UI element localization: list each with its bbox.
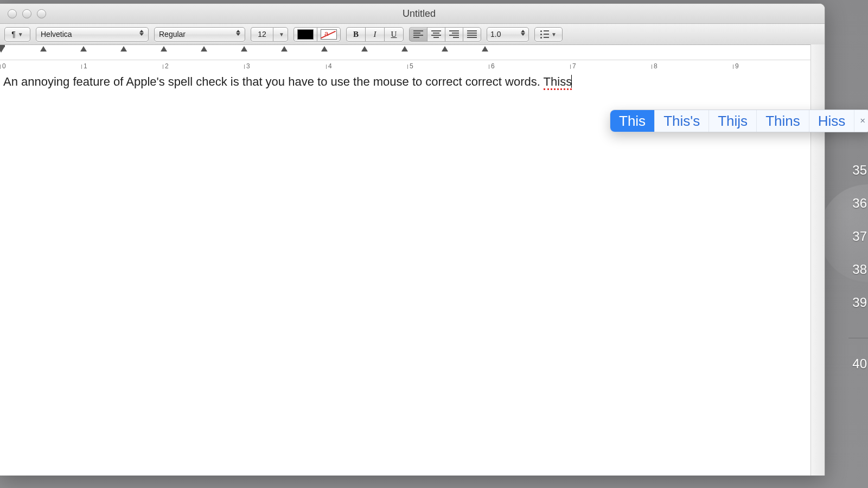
suggestion-item[interactable]: This	[610, 110, 655, 132]
ruler-number: 6	[491, 62, 495, 70]
window-controls	[8, 9, 46, 18]
ruler-number: 5	[410, 62, 413, 70]
underline-button[interactable]: U	[384, 27, 404, 42]
background-number: 37	[852, 229, 868, 244]
align-right-button[interactable]	[445, 27, 463, 42]
tab-stop-marker[interactable]	[201, 46, 207, 52]
list-style-button[interactable]: ▼	[534, 27, 563, 42]
ruler-tick	[81, 65, 82, 69]
line-spacing-select[interactable]: 1.0	[487, 27, 529, 42]
ruler-number: 2	[165, 62, 169, 70]
highlight-color-button[interactable]	[317, 27, 341, 42]
tab-stop-marker[interactable]	[120, 46, 127, 52]
tab-stop-marker[interactable]	[161, 46, 167, 52]
document-text: An annoying feature of Apple's spell che…	[3, 75, 544, 88]
font-size-dropdown[interactable]: ▼	[273, 27, 288, 42]
ruler-tick	[733, 65, 733, 69]
font-weight-select[interactable]: Regular	[154, 27, 245, 42]
line-spacing-value: 1.0	[490, 30, 520, 38]
align-justify-button[interactable]	[463, 27, 481, 42]
font-size-group: 12 ▼	[251, 27, 288, 42]
tab-stop-marker[interactable]	[281, 46, 288, 52]
align-right-icon	[449, 30, 459, 38]
background-number: 35	[852, 163, 868, 178]
minimize-window-button[interactable]	[22, 9, 31, 18]
no-highlight-icon	[321, 29, 337, 40]
color-group	[293, 27, 341, 42]
tab-stop-marker[interactable]	[40, 46, 47, 52]
font-weight-value: Regular	[159, 30, 235, 38]
italic-icon: I	[374, 30, 376, 39]
stepper-icon	[521, 30, 525, 38]
list-icon	[540, 30, 549, 38]
tab-stop-marker[interactable]	[241, 46, 247, 52]
tab-stop-marker[interactable]	[482, 46, 488, 52]
font-size-value: 12	[258, 30, 266, 38]
ruler-number: 9	[735, 62, 739, 70]
tab-stop-marker[interactable]	[361, 46, 368, 52]
textedit-window: Untitled ¶ ▼ Helvetica Regular 12 ▼	[0, 3, 825, 476]
tab-stop-marker[interactable]	[80, 46, 87, 52]
titlebar[interactable]: Untitled	[0, 4, 825, 24]
background-number: 40	[852, 356, 868, 371]
ruler-number: 0	[2, 62, 6, 70]
align-left-button[interactable]	[409, 27, 427, 42]
chevron-down-icon: ▼	[279, 31, 284, 37]
close-window-button[interactable]	[8, 9, 17, 18]
background-panel-fragment: 353637383940	[848, 163, 868, 371]
ruler-tick	[407, 65, 408, 69]
window-title: Untitled	[46, 8, 825, 20]
background-number: 39	[852, 295, 868, 310]
alignment-group	[409, 27, 481, 42]
dismiss-suggestions-button[interactable]: ×	[854, 110, 868, 132]
background-number: 36	[852, 196, 868, 211]
ruler-number: 7	[572, 62, 576, 70]
suggestion-item[interactable]: Thijs	[709, 110, 757, 132]
suggestion-item[interactable]: Thins	[757, 110, 809, 132]
ruler-tick	[570, 65, 571, 69]
tab-stop-marker[interactable]	[321, 46, 328, 52]
ruler-tick	[489, 65, 489, 69]
font-size-field[interactable]: 12	[251, 27, 273, 42]
stepper-icon	[236, 30, 240, 38]
bold-button[interactable]: B	[346, 27, 365, 42]
tab-stop-marker[interactable]	[401, 46, 408, 52]
misspelled-word[interactable]: Thiss	[544, 75, 572, 90]
background-divider	[848, 338, 868, 338]
stepper-icon	[139, 30, 144, 38]
ruler-tick	[0, 65, 1, 69]
ruler-tick	[244, 65, 245, 69]
suggestion-item[interactable]: Hiss	[809, 110, 855, 132]
tab-stop-marker[interactable]	[442, 46, 448, 52]
align-justify-icon	[467, 30, 477, 38]
font-family-select[interactable]: Helvetica	[36, 27, 149, 42]
formatting-toolbar: ¶ ▼ Helvetica Regular 12 ▼	[0, 24, 825, 45]
underline-icon: U	[391, 30, 397, 39]
ruler[interactable]: 0123456789	[0, 45, 825, 70]
ruler-number: 3	[246, 62, 250, 70]
align-left-icon	[413, 30, 423, 38]
text-cursor	[571, 75, 572, 88]
italic-button[interactable]: I	[365, 27, 384, 42]
background-number: 38	[852, 262, 868, 277]
ruler-number: 1	[84, 62, 87, 70]
color-swatch-icon	[297, 29, 314, 40]
close-icon: ×	[860, 115, 865, 126]
ruler-number: 8	[654, 62, 658, 70]
suggestion-item[interactable]: This's	[655, 110, 709, 132]
paragraph-icon: ¶	[11, 30, 16, 38]
ruler-tick	[163, 65, 163, 69]
desktop: Untitled ¶ ▼ Helvetica Regular 12 ▼	[0, 0, 868, 488]
text-color-button[interactable]	[293, 27, 317, 42]
ruler-number: 4	[328, 62, 332, 70]
spellcheck-suggestions-popup: ThisThis'sThijsThinsHiss×	[610, 110, 868, 132]
styles-button[interactable]: ¶ ▼	[4, 27, 30, 42]
bold-icon: B	[353, 30, 359, 39]
align-center-icon	[431, 30, 441, 38]
chevron-down-icon: ▼	[18, 31, 23, 37]
chevron-down-icon: ▼	[551, 31, 557, 37]
text-style-group: B I U	[346, 27, 404, 42]
zoom-window-button[interactable]	[37, 9, 46, 18]
ruler-tick	[326, 65, 327, 69]
align-center-button[interactable]	[427, 27, 445, 42]
